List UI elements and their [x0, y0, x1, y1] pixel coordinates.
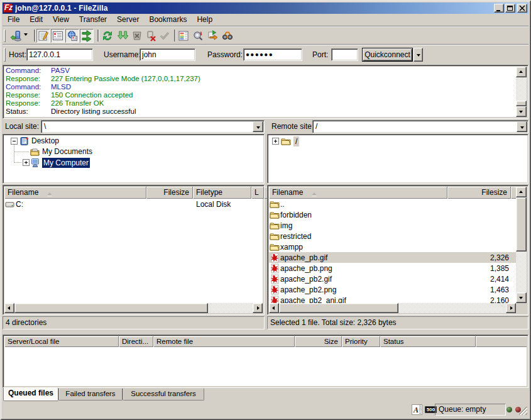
password-input[interactable]: ●●●●●● — [243, 48, 302, 61]
site-manager-dropdown-button[interactable] — [24, 33, 31, 40]
message-log[interactable]: Command:PASVResponse:227 Entering Passiv… — [4, 67, 516, 117]
local-scroll-right-button[interactable] — [253, 303, 263, 313]
menu-help[interactable]: Help — [192, 14, 217, 26]
column-header-filesize[interactable]: Filesize — [447, 187, 511, 199]
tab-failed-transfers[interactable]: Failed transfers — [58, 389, 123, 401]
log-line: Command:MLSD — [4, 83, 516, 91]
remote-scroll-left-button[interactable] — [269, 303, 279, 313]
port-input[interactable] — [331, 48, 358, 61]
toggle-message-log-button[interactable] — [36, 29, 50, 43]
filezilla-window: Fz john@127.0.0.1 - FileZilla FileEditVi… — [0, 0, 531, 420]
transfer-type-indicator[interactable]: A 101 — [412, 404, 422, 415]
file-name: C: — [15, 200, 23, 209]
quickconnect-dropdown-button[interactable] — [413, 48, 423, 62]
local-site-combo[interactable]: \ — [41, 120, 265, 133]
menu-view[interactable]: View — [48, 14, 74, 26]
remote-site-combo[interactable]: / — [312, 120, 528, 133]
collapse-icon[interactable] — [11, 138, 18, 145]
file-row-apache-pb2-gif[interactable]: apache_pb2.gif2,414 — [269, 274, 517, 284]
toggle-remote-tree-icon — [67, 30, 78, 41]
synchronized-browsing-button[interactable] — [206, 29, 220, 43]
title-bar[interactable]: Fz john@127.0.0.1 - FileZilla — [3, 3, 528, 14]
maximize-button[interactable] — [505, 4, 515, 13]
quickconnect-grip[interactable] — [4, 48, 6, 62]
column-header-status[interactable]: Status — [380, 336, 476, 347]
site-manager-button[interactable] — [8, 29, 22, 43]
column-header-size[interactable]: Size — [295, 336, 342, 347]
username-input[interactable]: john — [140, 48, 195, 61]
minimize-button[interactable] — [494, 4, 504, 13]
log-line: Command:PASV — [4, 67, 516, 75]
remote-vscrollbar[interactable] — [516, 187, 527, 303]
refresh-button[interactable] — [101, 29, 114, 43]
toggle-transfer-queue-button[interactable] — [80, 29, 94, 43]
local-hscrollbar[interactable] — [4, 303, 263, 313]
remote-scroll-thumb-h[interactable] — [279, 303, 398, 313]
menu-transfer[interactable]: Transfer — [74, 14, 112, 26]
local-scroll-thumb[interactable] — [14, 303, 208, 313]
toggle-remote-tree-button[interactable] — [65, 29, 79, 43]
column-header-priority[interactable]: Priority — [342, 336, 380, 347]
tab-queued-files[interactable]: Queued files — [3, 388, 58, 401]
transfer-queue-list[interactable]: Server/Local fileDirecti...Remote fileSi… — [4, 336, 527, 386]
disconnect-button[interactable] — [144, 29, 158, 43]
remote-site-dropdown-button[interactable] — [517, 121, 527, 132]
reconnect-button[interactable] — [158, 29, 172, 43]
remote-scroll-down-button[interactable] — [516, 292, 527, 303]
toolbar-grip[interactable] — [4, 30, 6, 42]
host-input[interactable]: 127.0.0.1 — [26, 48, 93, 61]
menu-bookmarks[interactable]: Bookmarks — [144, 14, 192, 26]
menu-server[interactable]: Server — [112, 14, 144, 26]
resize-grip[interactable] — [519, 407, 527, 415]
remote-directory-tree[interactable]: / — [267, 134, 528, 184]
toggle-local-tree-button[interactable] — [51, 29, 65, 43]
tab-successful-transfers[interactable]: Successful transfers — [123, 389, 204, 401]
column-header-filename[interactable]: Filename — [4, 187, 146, 199]
column-header-filename[interactable]: Filename — [269, 187, 447, 199]
column-header-l[interactable]: L — [251, 187, 264, 199]
log-scroll-down-button[interactable] — [516, 106, 527, 117]
file-size: 1,385 — [448, 264, 509, 273]
quickconnect-button[interactable]: Quickconnect — [362, 48, 413, 62]
file-row-img[interactable]: img — [269, 220, 517, 231]
remote-scroll-up-button[interactable] — [516, 187, 527, 197]
cancel-operation-button[interactable] — [130, 29, 144, 43]
close-button[interactable] — [517, 4, 527, 13]
menu-edit[interactable]: Edit — [25, 14, 48, 26]
column-header-remote-file[interactable]: Remote file — [153, 336, 295, 347]
column-header-filesize[interactable]: Filesize — [146, 187, 193, 199]
column-header-label: Remote file — [156, 338, 193, 345]
file-row-apache-pb-gif[interactable]: apache_pb.gif2,326 — [269, 252, 517, 263]
column-header-server-local-file[interactable]: Server/Local file — [4, 336, 119, 347]
local-scroll-left-button[interactable] — [4, 303, 14, 313]
column-header-directi-[interactable]: Directi... — [119, 336, 153, 347]
menu-file[interactable]: File — [3, 14, 25, 26]
directory-comparison-button[interactable] — [191, 29, 205, 43]
file-row-restricted[interactable]: restricted — [269, 231, 517, 241]
expand-icon[interactable] — [23, 159, 30, 166]
folder-icon — [281, 136, 291, 146]
log-scroll-up-button[interactable] — [516, 67, 527, 77]
process-queue-button[interactable] — [116, 29, 129, 43]
remote-scroll-thumb[interactable] — [516, 197, 527, 251]
filezilla-app-icon: Fz — [4, 4, 13, 13]
file-row--[interactable]: .. — [269, 199, 517, 209]
file-row-apache-pb2-png[interactable]: apache_pb2.png1,463 — [269, 284, 517, 295]
computer-icon — [30, 158, 40, 168]
local-directory-tree[interactable]: DesktopMy DocumentsMy Computer — [3, 134, 265, 184]
scroll-up-icon — [519, 70, 523, 73]
column-header-filetype[interactable]: Filetype — [193, 187, 251, 199]
expand-icon[interactable] — [272, 138, 279, 145]
log-line-label: Response: — [6, 91, 51, 99]
file-row-xampp[interactable]: xampp — [269, 241, 517, 252]
local-site-dropdown-button[interactable] — [253, 121, 263, 132]
find-files-button[interactable] — [221, 29, 234, 43]
log-scroll-thumb[interactable] — [516, 101, 527, 106]
file-row-c-[interactable]: C:Local Disk — [4, 199, 263, 209]
remote-hscrollbar[interactable] — [269, 303, 516, 313]
remote-scroll-right-button[interactable] — [506, 303, 516, 313]
log-vscrollbar[interactable] — [516, 67, 527, 117]
file-row-apache-pb-png[interactable]: apache_pb.png1,385 — [269, 263, 517, 274]
file-row-forbidden[interactable]: forbidden — [269, 209, 517, 220]
directory-listing-filters-button[interactable] — [177, 29, 190, 43]
